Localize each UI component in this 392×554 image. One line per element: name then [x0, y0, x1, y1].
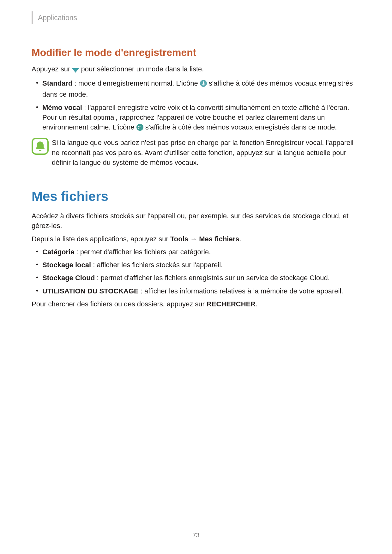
svg-text:T: T [139, 126, 141, 129]
section2-search: Pour chercher des fichiers ou des dossie… [32, 299, 360, 309]
list-item: UTILISATION DU STOCKAGE : afficher les i… [42, 286, 360, 296]
recording-mode-list: Standard : mode d'enregistrement normal.… [32, 78, 360, 133]
search-label: RECHERCHER [207, 300, 256, 308]
section2-intro: Accédez à divers fichiers stockés sur l'… [32, 211, 360, 231]
header-accent-bar [32, 11, 33, 24]
list-item: Mémo vocal : l'appareil enregistre votre… [42, 103, 360, 134]
item-text-after: s'affiche à côté des mémos vocaux enregi… [143, 123, 337, 131]
instr-tools: Tools [170, 235, 188, 243]
item-text: : permet d'afficher les fichiers enregis… [95, 274, 330, 282]
section-heading-recording-mode: Modifier le mode d'enregistrement [32, 47, 360, 58]
instr-arrow: → [188, 235, 199, 243]
instr-after: . [239, 235, 241, 243]
instr-target: Mes fichiers [199, 235, 239, 243]
item-label: UTILISATION DU STOCKAGE [42, 287, 139, 295]
item-label: Catégorie [42, 248, 74, 256]
item-label: Stockage Cloud [42, 274, 95, 282]
note-block: Si la langue que vous parlez n'est pas p… [32, 138, 360, 167]
section1-intro: Appuyez sur pour sélectionner un mode da… [32, 64, 360, 75]
list-item: Stockage Cloud : permet d'afficher les f… [42, 273, 360, 283]
page: Applications Modifier le mode d'enregist… [0, 0, 392, 554]
svg-marker-0 [72, 68, 79, 73]
my-files-list: Catégorie : permet d'afficher les fichie… [32, 247, 360, 296]
page-header: Applications [32, 11, 360, 24]
item-label: Standard [42, 79, 72, 87]
list-item: Stockage local : afficher les fichiers s… [42, 260, 360, 270]
voice-to-text-icon: T [136, 123, 143, 133]
list-item: Catégorie : permet d'afficher les fichie… [42, 247, 360, 257]
page-heading-my-files: Mes fichiers [32, 189, 360, 204]
breadcrumb: Applications [38, 14, 77, 22]
item-label: Mémo vocal [42, 104, 82, 111]
search-before: Pour chercher des fichiers ou des dossie… [32, 300, 207, 308]
item-label: Stockage local [42, 261, 91, 269]
item-text: : permet d'afficher les fichiers par cat… [74, 248, 211, 256]
item-text-before: : mode d'enregistrement normal. L'icône [72, 79, 200, 87]
svg-rect-7 [138, 128, 139, 129]
item-text: : afficher les fichiers stockés sur l'ap… [91, 261, 223, 269]
list-item: Standard : mode d'enregistrement normal.… [42, 78, 360, 99]
note-text: Si la langue que vous parlez n'est pas p… [52, 138, 360, 167]
item-text: : afficher les informations relatives à … [139, 287, 343, 295]
svg-rect-2 [203, 81, 204, 84]
search-after: . [256, 300, 257, 308]
section2-instruction: Depuis la liste des applications, appuye… [32, 234, 360, 244]
microphone-record-icon [200, 80, 207, 89]
page-number: 73 [0, 532, 392, 539]
note-bell-icon [32, 138, 50, 156]
intro-text-after: pour sélectionner un mode dans la liste. [81, 65, 204, 73]
instr-before: Depuis la liste des applications, appuye… [32, 235, 170, 243]
svg-rect-6 [138, 126, 139, 127]
intro-text-before: Appuyez sur [32, 65, 72, 73]
dropdown-chevron-icon [72, 65, 79, 75]
